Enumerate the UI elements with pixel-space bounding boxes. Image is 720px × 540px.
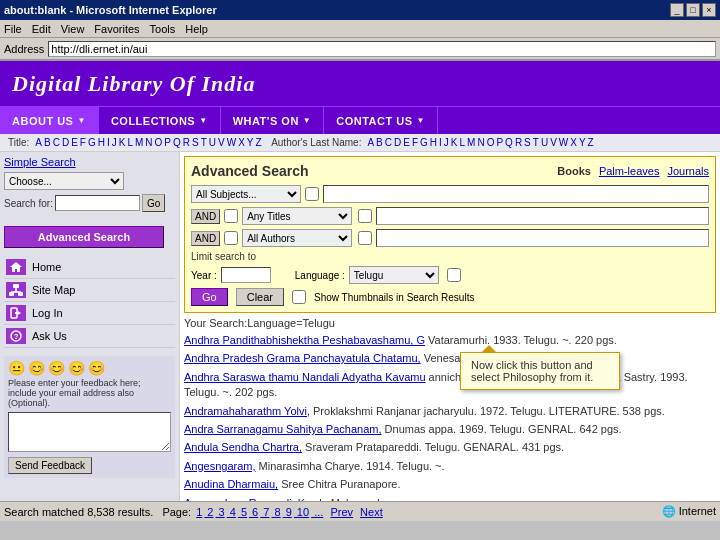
author-alpha-K[interactable]: K: [451, 137, 458, 148]
adv-tab-palmleaves[interactable]: Palm-leaves: [599, 165, 660, 177]
alpha-U[interactable]: U: [209, 137, 216, 148]
menu-edit[interactable]: Edit: [32, 23, 51, 35]
author-alpha-O[interactable]: O: [487, 137, 495, 148]
adv-authors-input[interactable]: [376, 229, 709, 247]
author-alpha-W[interactable]: W: [559, 137, 568, 148]
author-alpha-E[interactable]: E: [403, 137, 410, 148]
adv-authors-check2[interactable]: [358, 231, 372, 245]
alpha-N[interactable]: N: [145, 137, 152, 148]
adv-subject-checkbox[interactable]: [305, 187, 319, 201]
advanced-search-button[interactable]: Advanced Search: [4, 226, 164, 248]
result-link[interactable]: Andhra Saraswa thamu Nandali Adyatha Kav…: [184, 371, 426, 383]
adv-authors-checkbox[interactable]: [224, 231, 238, 245]
adv-tab-journals[interactable]: Journals: [667, 165, 709, 177]
page-number-link[interactable]: ...: [311, 506, 323, 518]
author-alpha-Z[interactable]: Z: [588, 137, 594, 148]
alpha-R[interactable]: R: [183, 137, 190, 148]
author-alpha-P[interactable]: P: [496, 137, 503, 148]
sidebar-nav-login[interactable]: Log In: [4, 302, 175, 325]
alpha-O[interactable]: O: [155, 137, 163, 148]
nav-about[interactable]: ABOUT US ▼: [0, 107, 99, 134]
author-alpha-I[interactable]: I: [439, 137, 442, 148]
sidebar-nav-sitemap[interactable]: Site Map: [4, 279, 175, 302]
adv-go-button[interactable]: Go: [191, 288, 228, 306]
author-alpha-J[interactable]: J: [444, 137, 449, 148]
result-link[interactable]: Angesngaram,: [184, 460, 256, 472]
page-number-link[interactable]: 2: [204, 506, 213, 518]
page-number-link[interactable]: 7: [260, 506, 269, 518]
alpha-K[interactable]: K: [119, 137, 126, 148]
alpha-G[interactable]: G: [88, 137, 96, 148]
adv-subject-select[interactable]: All Subjects...: [191, 185, 301, 203]
author-alpha-B[interactable]: B: [376, 137, 383, 148]
send-feedback-button[interactable]: Send Feedback: [8, 457, 92, 474]
result-link[interactable]: Andhra Pandithabhishektha Peshabavashamu…: [184, 334, 425, 346]
alpha-I[interactable]: I: [107, 137, 110, 148]
author-alpha-G[interactable]: G: [420, 137, 428, 148]
author-alpha-Y[interactable]: Y: [579, 137, 586, 148]
choose-select[interactable]: Choose...: [4, 172, 124, 190]
sidebar-nav-askus[interactable]: ? Ask Us: [4, 325, 175, 348]
adv-subject-input[interactable]: [323, 185, 709, 203]
alpha-P[interactable]: P: [164, 137, 171, 148]
author-alpha-F[interactable]: F: [412, 137, 418, 148]
year-input[interactable]: [221, 267, 271, 283]
alpha-A[interactable]: A: [35, 137, 42, 148]
page-number-link[interactable]: 5: [238, 506, 247, 518]
alpha-F[interactable]: F: [80, 137, 86, 148]
page-number-link[interactable]: 10: [294, 506, 309, 518]
alpha-T[interactable]: T: [201, 137, 207, 148]
lang-select[interactable]: Telugu: [349, 266, 439, 284]
result-link[interactable]: Anusandana Ranavali,: [184, 497, 295, 501]
page-number-link[interactable]: 6: [249, 506, 258, 518]
author-alpha-R[interactable]: R: [515, 137, 522, 148]
alpha-L[interactable]: L: [127, 137, 133, 148]
author-alpha-M[interactable]: M: [467, 137, 475, 148]
minimize-button[interactable]: _: [670, 3, 684, 17]
go-button[interactable]: Go: [142, 194, 165, 212]
author-alpha-A[interactable]: A: [367, 137, 374, 148]
close-button[interactable]: ×: [702, 3, 716, 17]
search-input[interactable]: [55, 195, 140, 211]
author-alpha-T[interactable]: T: [533, 137, 539, 148]
author-alpha-C[interactable]: C: [385, 137, 392, 148]
adv-titles-checkbox[interactable]: [224, 209, 238, 223]
alpha-M[interactable]: M: [135, 137, 143, 148]
result-link[interactable]: Andhra Pradesh Grama Panchayatula Chatam…: [184, 352, 421, 364]
adv-titles-input[interactable]: [376, 207, 709, 225]
alpha-D[interactable]: D: [62, 137, 69, 148]
page-number-link[interactable]: 8: [271, 506, 280, 518]
address-input[interactable]: [48, 41, 716, 57]
prev-link[interactable]: Prev: [330, 506, 353, 518]
simple-search-link[interactable]: Simple Search: [4, 156, 175, 168]
page-number-link[interactable]: 3: [216, 506, 225, 518]
lang-checkbox[interactable]: [447, 268, 461, 282]
alpha-Y[interactable]: Y: [247, 137, 254, 148]
menu-favorites[interactable]: Favorites: [94, 23, 139, 35]
alpha-H[interactable]: H: [98, 137, 105, 148]
menu-help[interactable]: Help: [185, 23, 208, 35]
alpha-Z[interactable]: Z: [255, 137, 261, 148]
author-alpha-U[interactable]: U: [541, 137, 548, 148]
menu-file[interactable]: File: [4, 23, 22, 35]
author-alpha-H[interactable]: H: [430, 137, 437, 148]
result-link[interactable]: Andramahaharathm Yolvi,: [184, 405, 310, 417]
menu-tools[interactable]: Tools: [150, 23, 176, 35]
adv-tab-books[interactable]: Books: [557, 165, 591, 177]
result-link[interactable]: Andula Sendha Chartra,: [184, 441, 302, 453]
author-alpha-L[interactable]: L: [460, 137, 466, 148]
adv-titles-check2[interactable]: [358, 209, 372, 223]
adv-titles-select[interactable]: Any Titles: [242, 207, 352, 225]
nav-collections[interactable]: COLLECTIONS ▼: [99, 107, 221, 134]
alpha-B[interactable]: B: [44, 137, 51, 148]
menu-view[interactable]: View: [61, 23, 85, 35]
author-alpha-V[interactable]: V: [550, 137, 557, 148]
page-number-link[interactable]: 1: [196, 506, 202, 518]
maximize-button[interactable]: □: [686, 3, 700, 17]
alpha-W[interactable]: W: [227, 137, 236, 148]
alpha-E[interactable]: E: [71, 137, 78, 148]
adv-clear-button[interactable]: Clear: [236, 288, 284, 306]
author-alpha-D[interactable]: D: [394, 137, 401, 148]
alpha-Q[interactable]: Q: [173, 137, 181, 148]
alpha-S[interactable]: S: [192, 137, 199, 148]
